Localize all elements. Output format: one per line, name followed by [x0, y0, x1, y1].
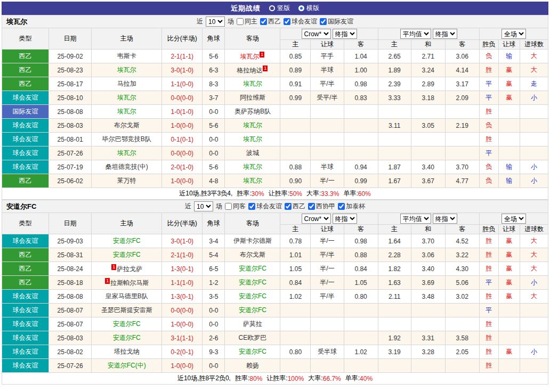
match-score[interactable]: 0-2(0-1): [162, 345, 203, 359]
filter-checkbox[interactable]: [338, 203, 345, 210]
filter-checkbox[interactable]: [260, 18, 267, 25]
filter-option[interactable]: 加泰杯: [338, 202, 365, 211]
bookmaker-select[interactable]: Crow*: [302, 29, 331, 39]
match-score[interactable]: 1-0(0-0): [162, 174, 203, 188]
filter-option[interactable]: 西乙: [285, 202, 305, 211]
filter-checkbox[interactable]: [320, 18, 327, 25]
team-link[interactable]: 韦斯卡: [117, 52, 136, 60]
team-link[interactable]: 埃瓦尔: [243, 163, 262, 170]
match-score[interactable]: 0-0(0-0): [162, 304, 203, 317]
match-score[interactable]: 3-0(1-0): [162, 234, 203, 248]
team-link[interactable]: 伊斯卡尔德斯: [233, 237, 272, 244]
filter-option[interactable]: 同客: [225, 202, 246, 211]
filter-checkbox[interactable]: [225, 203, 232, 210]
team-link[interactable]: 埃瓦尔: [243, 121, 262, 129]
bookmaker-select[interactable]: Crow*: [302, 214, 331, 224]
team-link[interactable]: 安道尔FC(中): [108, 362, 146, 369]
team-link[interactable]: 阿拉维斯: [240, 94, 265, 101]
team-link[interactable]: 塔拉戈纳: [114, 348, 140, 355]
match-score[interactable]: 1-3(0-1): [162, 290, 203, 304]
team-link[interactable]: 埃瓦尔: [243, 177, 262, 184]
team-link[interactable]: 埃瓦尔: [117, 94, 136, 101]
fulltime-select[interactable]: 全场: [502, 29, 526, 39]
recent-count-select[interactable]: 10: [194, 201, 213, 211]
team-link[interactable]: 安道尔FC: [239, 279, 266, 286]
match-score[interactable]: 3-0(1-0): [162, 63, 203, 77]
team-link[interactable]: CE欧罗巴: [239, 334, 267, 341]
filter-checkbox[interactable]: [308, 203, 315, 210]
team-link[interactable]: 埃瓦尔: [243, 135, 262, 143]
team-link[interactable]: 埃瓦尔: [117, 149, 136, 157]
layout-option-vertical[interactable]: 竖版: [269, 4, 290, 13]
team-link[interactable]: 奥萨苏纳B队: [234, 108, 271, 115]
team-link[interactable]: 埃瓦尔: [240, 53, 259, 60]
team-link[interactable]: 埃瓦尔: [117, 66, 136, 74]
filter-checkbox[interactable]: [284, 18, 290, 25]
team-link[interactable]: 安道尔FC: [239, 306, 266, 314]
fulltime-select[interactable]: 全场: [502, 214, 526, 224]
match-score[interactable]: 2-0(1-0): [162, 160, 203, 174]
avg-odds-select[interactable]: 平均值: [400, 29, 431, 39]
team-link[interactable]: 桑坦德竞技(中): [106, 163, 148, 170]
filter-option[interactable]: 西乙: [260, 17, 281, 26]
filter-option[interactable]: 国际友谊: [320, 17, 353, 26]
team-link[interactable]: 圣瑟巴斯提安雷斯: [101, 306, 152, 314]
team-link[interactable]: 波城: [246, 149, 259, 157]
team-link[interactable]: 赖扬: [246, 362, 259, 369]
filter-option[interactable]: 西协甲: [308, 202, 335, 211]
avg-odds-select[interactable]: 平均值: [400, 214, 431, 224]
filter-option[interactable]: 球会友谊: [284, 17, 317, 26]
match-score[interactable]: 1-1(0-0): [162, 77, 203, 91]
match-score[interactable]: 2-1(1-0): [162, 248, 203, 262]
match-score[interactable]: 0-0(0-0): [162, 146, 203, 160]
team-link[interactable]: 布尔戈斯: [114, 121, 140, 129]
match-score[interactable]: 0-0(0-0): [162, 91, 203, 105]
recent-count-select[interactable]: 10: [206, 17, 225, 27]
team-link[interactable]: 安道尔FC: [113, 334, 141, 341]
team-link[interactable]: 安道尔FC: [239, 348, 266, 355]
layout-option-horizontal[interactable]: 横版: [298, 4, 319, 13]
team-link[interactable]: 马拉加: [117, 80, 136, 87]
result-goals: [520, 331, 548, 345]
team-link[interactable]: 萨莫拉: [243, 320, 262, 328]
filter-checkbox[interactable]: [248, 203, 255, 210]
team-link[interactable]: 安道尔FC: [113, 320, 141, 328]
filter-checkbox[interactable]: [237, 18, 244, 25]
team-link[interactable]: 萨拉戈萨: [117, 265, 142, 273]
team-link[interactable]: 埃瓦尔: [243, 80, 262, 87]
team-link[interactable]: 拉斯帕尔马斯: [110, 279, 149, 287]
ah-final-odds-select[interactable]: 终指: [333, 214, 357, 224]
match-row: 球会友谊25-08-03安道尔FC3-1(1-1)2-6CE欧罗巴1.923.3…: [2, 331, 548, 345]
away-team: CE欧罗巴: [225, 331, 280, 345]
ah-away-odds: 0.83: [344, 91, 378, 105]
team-link[interactable]: 布尔戈斯: [240, 251, 265, 258]
filter-label: 西协甲: [316, 202, 335, 211]
filter-option[interactable]: 球会友谊: [248, 202, 282, 211]
team-name: 埃瓦尔: [6, 17, 27, 27]
team-link[interactable]: 安道尔FC: [239, 265, 266, 272]
match-score[interactable]: 1-1(1-0): [162, 276, 203, 290]
match-score[interactable]: 1-0(0-0): [162, 317, 203, 331]
result-handicap: [498, 331, 520, 345]
team-link[interactable]: 安道尔FC: [239, 292, 266, 300]
filter-checkbox[interactable]: [285, 203, 292, 210]
match-score[interactable]: 0-1(0-1): [162, 133, 203, 146]
col-result-ou: 进球数: [520, 40, 548, 50]
match-score[interactable]: 2-1(1-1): [162, 50, 203, 63]
team-link[interactable]: 格拉纳达: [237, 67, 262, 74]
team-link[interactable]: 毕尔巴鄂竞技B队: [102, 135, 151, 143]
team-link[interactable]: 埃瓦尔: [117, 108, 136, 115]
eu-final-odds-select[interactable]: 终指: [433, 214, 457, 224]
ah-final-odds-select[interactable]: 终指: [333, 29, 357, 39]
eu-final-odds-select[interactable]: 终指: [433, 29, 457, 39]
match-score[interactable]: 3-1(1-1): [162, 331, 203, 345]
match-score[interactable]: 1-0(0-0): [162, 359, 203, 373]
team-link[interactable]: 莱万特: [117, 177, 136, 184]
match-score[interactable]: 1-0(1-0): [162, 105, 203, 119]
match-score[interactable]: 1-3(0-1): [162, 262, 203, 276]
team-link[interactable]: 安道尔FC: [113, 237, 141, 244]
team-link[interactable]: 皇家马德里B队: [106, 292, 148, 300]
filter-option[interactable]: 同主: [237, 17, 257, 26]
team-link[interactable]: 安道尔FC: [113, 251, 141, 258]
match-score[interactable]: 1-0(0-0): [162, 119, 203, 133]
